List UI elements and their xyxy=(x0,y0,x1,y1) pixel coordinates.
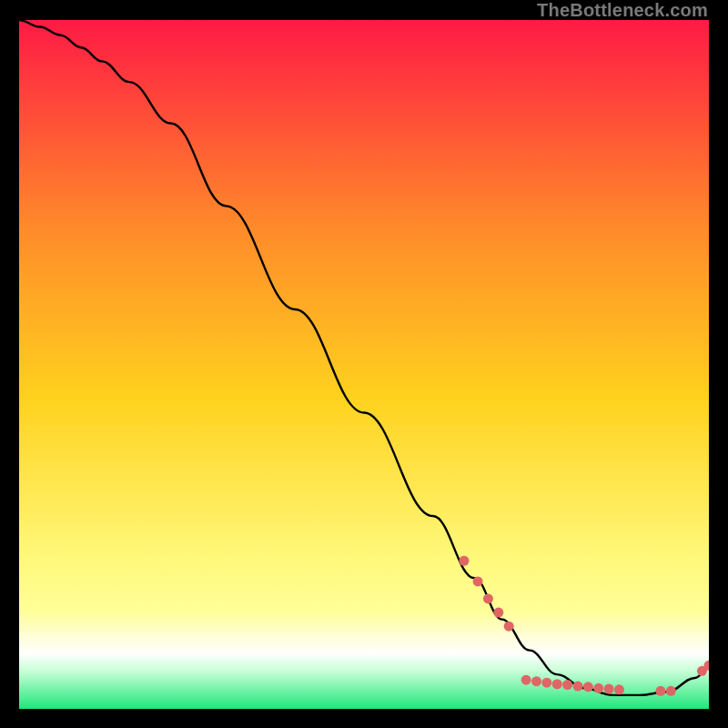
curve-marker xyxy=(552,679,562,689)
gradient-background xyxy=(19,20,709,709)
watermark-text: TheBottleneck.com xyxy=(537,0,708,21)
curve-marker xyxy=(493,608,503,618)
curve-marker xyxy=(593,683,603,693)
curve-marker xyxy=(562,680,572,690)
curve-marker xyxy=(504,622,514,632)
bottleneck-chart xyxy=(19,20,709,709)
curve-marker xyxy=(666,686,676,696)
plot-area xyxy=(19,20,709,709)
curve-marker xyxy=(531,676,541,686)
curve-marker xyxy=(473,576,483,586)
curve-marker xyxy=(572,682,582,692)
curve-marker xyxy=(541,678,551,688)
curve-marker xyxy=(521,675,531,685)
curve-marker xyxy=(583,682,593,692)
curve-marker xyxy=(604,684,614,694)
curve-marker xyxy=(483,593,493,603)
chart-stage: TheBottleneck.com xyxy=(0,0,728,728)
curve-marker xyxy=(655,686,665,696)
curve-marker xyxy=(459,556,469,566)
curve-marker xyxy=(614,684,624,694)
